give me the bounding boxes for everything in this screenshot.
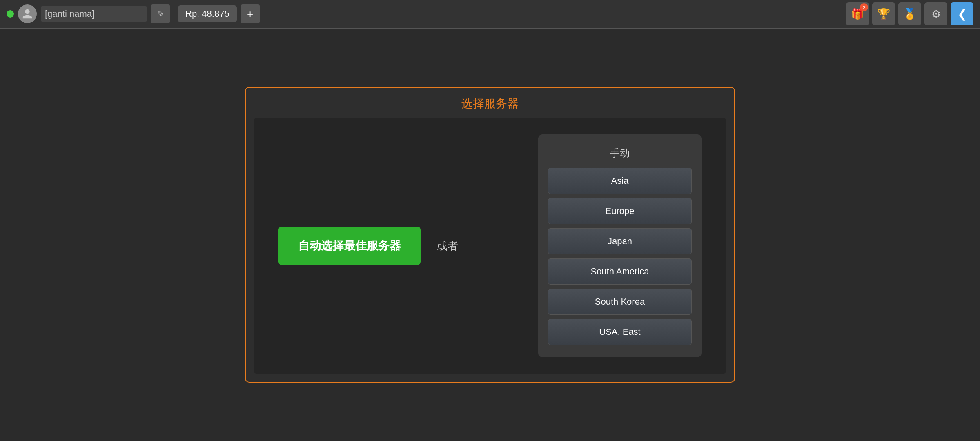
add-currency-button[interactable]: + xyxy=(241,4,260,23)
dialog-inner: 自动选择最佳服务器 或者 手动 Asia Europe Japan South … xyxy=(254,118,726,374)
username-input[interactable] xyxy=(41,6,147,22)
back-icon: ❮ xyxy=(958,7,967,21)
manual-label: 手动 xyxy=(548,147,692,160)
rank-icon: 🏅 xyxy=(903,8,916,20)
plus-icon: + xyxy=(247,8,253,20)
trophy-button[interactable]: 🏆 xyxy=(872,2,895,25)
edit-username-button[interactable]: ✎ xyxy=(151,4,170,23)
gift-button[interactable]: 🎁 2 xyxy=(846,2,869,25)
server-button-south-america[interactable]: South America xyxy=(548,258,692,285)
main-content: 选择服务器 自动选择最佳服务器 或者 手动 Asia Europe Japan … xyxy=(0,29,980,441)
settings-button[interactable]: ⚙ xyxy=(924,2,947,25)
dialog-title: 选择服务器 xyxy=(254,96,726,111)
topbar-right-icons: 🎁 2 🏆 🏅 ⚙ ❮ xyxy=(846,2,973,25)
avatar xyxy=(18,4,37,23)
server-button-asia[interactable]: Asia xyxy=(548,168,692,194)
back-button[interactable]: ❮ xyxy=(951,2,973,25)
status-dot xyxy=(7,10,14,18)
or-label: 或者 xyxy=(437,239,458,253)
settings-icon: ⚙ xyxy=(931,8,941,20)
rank-button[interactable]: 🏅 xyxy=(898,2,921,25)
server-button-europe[interactable]: Europe xyxy=(548,198,692,224)
right-section: 手动 Asia Europe Japan South America South… xyxy=(538,134,702,357)
currency-display: Rp. 48.875 xyxy=(178,5,237,22)
server-button-usa-east[interactable]: USA, East xyxy=(548,319,692,345)
trophy-icon: 🏆 xyxy=(877,8,890,20)
auto-select-button[interactable]: 自动选择最佳服务器 xyxy=(278,227,421,265)
edit-icon: ✎ xyxy=(157,9,164,19)
server-select-dialog: 选择服务器 自动选择最佳服务器 或者 手动 Asia Europe Japan … xyxy=(245,87,735,383)
left-section: 自动选择最佳服务器 或者 xyxy=(278,227,458,265)
topbar: ✎ Rp. 48.875 + 🎁 2 🏆 🏅 ⚙ ❮ xyxy=(0,0,980,29)
server-button-south-korea[interactable]: South Korea xyxy=(548,289,692,315)
gift-badge: 2 xyxy=(860,3,868,11)
server-button-japan[interactable]: Japan xyxy=(548,228,692,254)
